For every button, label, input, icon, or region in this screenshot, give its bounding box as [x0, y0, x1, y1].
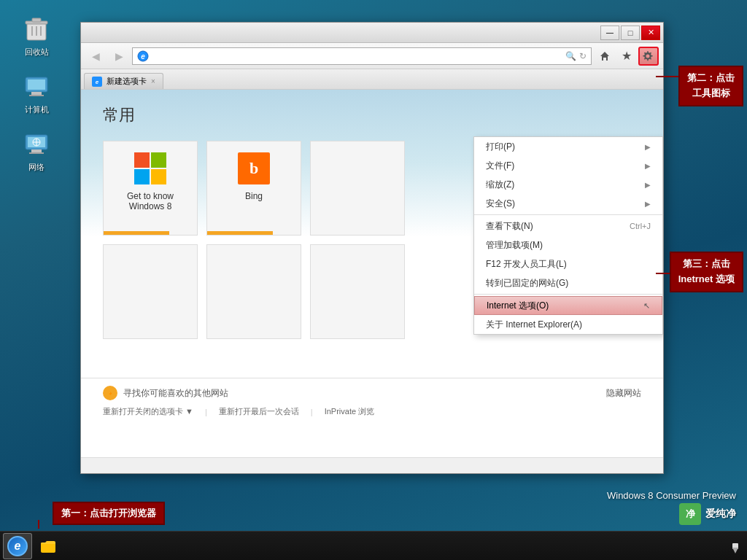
forward-button[interactable]: ▶ — [109, 47, 129, 66]
arrow-1-vertical — [38, 520, 39, 529]
annotation-3-line2: Inetrnet 选项 — [678, 272, 735, 287]
windows-tile-icon — [132, 150, 169, 187]
tile-empty-1[interactable] — [310, 141, 405, 236]
menu-security[interactable]: 安全(S) ▶ — [474, 194, 662, 213]
svg-rect-7 — [28, 79, 45, 90]
svg-rect-2 — [32, 18, 41, 22]
nav-right-buttons: ★ — [595, 47, 659, 66]
taskbar-arrow[interactable] — [732, 543, 738, 549]
bing-tile-bar — [207, 231, 273, 235]
menu-downloads[interactable]: 查看下载(N) Ctrl+J — [474, 217, 662, 236]
menu-zoom-label: 缩放(Z) — [486, 179, 514, 191]
menu-file[interactable]: 文件(F) ▶ — [474, 156, 662, 175]
recycle-bin-icon[interactable]: 回收站 — [15, 15, 58, 58]
close-button[interactable]: ✕ — [641, 26, 660, 40]
tab-close-button[interactable]: × — [151, 77, 155, 85]
tab-bar: e 新建选项卡 × — [81, 69, 663, 90]
tile-empty-4[interactable] — [310, 244, 405, 339]
new-tab[interactable]: e 新建选项卡 × — [84, 73, 163, 89]
window-controls: ─ □ ✕ — [600, 26, 660, 40]
svg-rect-8 — [31, 92, 42, 95]
desktop-icons-container: 回收站 计算机 — [15, 15, 58, 173]
svg-rect-26 — [41, 542, 55, 553]
discover-text: 寻找你可能喜欢的其他网站 — [123, 387, 228, 400]
annotation-1: 第一：点击打开浏览器 — [53, 502, 165, 525]
menu-about-label: 关于 Internet Explorer(A) — [486, 319, 582, 331]
tile-bing[interactable]: b Bing — [206, 141, 301, 236]
menu-security-arrow: ▶ — [645, 200, 651, 208]
minimize-button[interactable]: ─ — [600, 26, 619, 40]
back-button[interactable]: ◀ — [85, 47, 106, 66]
windows-logo — [134, 152, 166, 184]
tools-button[interactable] — [638, 47, 659, 66]
annotation-2-line2: 工具图标 — [687, 86, 735, 101]
reopen-last-session-link[interactable]: 重新打开最后一次会话 — [219, 406, 299, 417]
network-icon[interactable]: 网络 — [15, 130, 58, 173]
tile-empty-3[interactable] — [206, 244, 301, 339]
windows-tile-bar — [104, 231, 169, 235]
separator-2: | — [311, 408, 313, 416]
taskbar-right — [732, 543, 744, 549]
reopen-closed-link[interactable]: 重新打开关闭的选项卡 ▼ — [103, 406, 193, 417]
svg-marker-27 — [732, 548, 738, 553]
menu-zoom-arrow: ▶ — [645, 181, 651, 189]
annotation-1-text: 第一：点击打开浏览器 — [61, 508, 156, 518]
svg-rect-9 — [29, 95, 44, 96]
menu-internet-options[interactable]: Internet 选项(O) ↖ — [474, 296, 662, 315]
menu-addons-label: 管理加载项(M) — [486, 239, 543, 252]
menu-print[interactable]: 打印(P) ▶ — [474, 137, 662, 156]
menu-downloads-shortcut: Ctrl+J — [630, 222, 651, 230]
taskbar-folder-button[interactable] — [34, 533, 63, 559]
menu-print-arrow: ▶ — [645, 143, 651, 151]
tab-favicon: e — [92, 77, 102, 87]
svg-text:e: e — [141, 52, 145, 61]
tile-empty-2[interactable] — [103, 244, 198, 339]
inprivate-link[interactable]: InPrivate 浏览 — [325, 406, 374, 417]
bing-tile-label: Bing — [245, 191, 263, 201]
annotation-2: 第二：点击 工具图标 — [678, 66, 743, 106]
discover-row: 🔸 寻找你可能喜欢的其他网站 隐藏网站 — [103, 386, 641, 400]
restore-button[interactable]: □ — [621, 26, 640, 40]
nav-bar: ◀ ▶ e 🔍 ↻ ★ — [81, 43, 663, 69]
bottom-section: 🔸 寻找你可能喜欢的其他网站 隐藏网站 重新打开关闭的选项卡 ▼ | 重新打开最… — [81, 378, 663, 424]
address-input[interactable] — [152, 51, 562, 61]
desktop: 回收站 计算机 — [0, 0, 747, 560]
title-bar: ─ □ ✕ — [81, 23, 663, 43]
annotation-2-line1: 第二：点击 — [687, 71, 735, 86]
tools-dropdown-menu: 打印(P) ▶ 文件(F) ▶ 缩放(Z) ▶ 安全(S) ▶ 查看下载(N) — [473, 136, 663, 335]
menu-security-label: 安全(S) — [486, 198, 515, 210]
svg-rect-12 — [31, 149, 42, 152]
badge-text: 爱纯净 — [705, 508, 736, 521]
menu-print-label: 打印(P) — [486, 141, 515, 153]
bing-logo: b — [238, 152, 270, 184]
menu-addons[interactable]: 管理加载项(M) — [474, 236, 662, 254]
menu-sep-2 — [474, 294, 662, 295]
content-area: 常用 Get to knowWindows 8 — [81, 90, 663, 457]
favorites-button[interactable]: ★ — [616, 47, 637, 66]
menu-pinned[interactable]: 转到已固定的网站(G) — [474, 273, 662, 292]
menu-file-label: 文件(F) — [486, 160, 514, 172]
tile-windows[interactable]: Get to knowWindows 8 — [103, 141, 198, 236]
home-button[interactable] — [595, 47, 615, 66]
menu-devtools[interactable]: F12 开发人员工具(L) — [474, 254, 662, 273]
svg-text:e: e — [96, 79, 99, 85]
os-label: Windows 8 Consumer Preview — [607, 490, 736, 501]
menu-zoom[interactable]: 缩放(Z) ▶ — [474, 175, 662, 194]
menu-devtools-label: F12 开发人员工具(L) — [486, 258, 567, 271]
separator-1: | — [205, 408, 207, 416]
badge-icon: 净 — [679, 503, 701, 525]
taskbar-ie-button[interactable]: e — [3, 533, 32, 559]
page-heading: 常用 — [81, 90, 663, 133]
menu-downloads-label: 查看下载(N) — [486, 220, 533, 233]
windows-tile-label: Get to knowWindows 8 — [127, 191, 174, 211]
private-link[interactable]: 隐藏网站 — [606, 387, 641, 400]
computer-label: 计算机 — [25, 104, 49, 115]
folder-icon — [39, 537, 57, 555]
menu-file-arrow: ▶ — [645, 162, 651, 170]
tab-label: 新建选项卡 — [107, 76, 147, 87]
cursor-indicator: ↖ — [643, 301, 650, 311]
menu-about[interactable]: 关于 Internet Explorer(A) — [474, 315, 662, 334]
computer-icon[interactable]: 计算机 — [15, 72, 58, 115]
annotation-3: 第三：点击 Inetrnet 选项 — [670, 252, 743, 292]
address-bar: e 🔍 ↻ — [132, 47, 592, 65]
